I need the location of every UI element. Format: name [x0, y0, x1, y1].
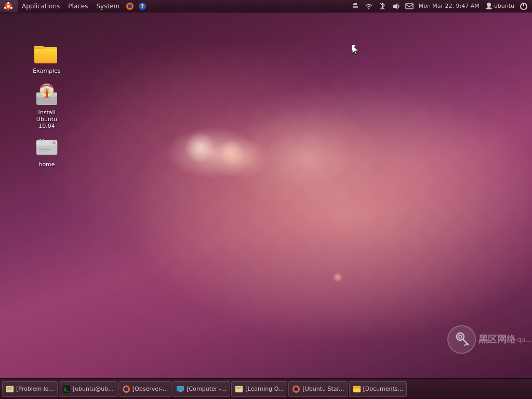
svg-point-4 — [4, 7, 6, 9]
svg-point-11 — [487, 3, 491, 7]
desktop-orb-2 — [218, 140, 244, 166]
home-icon[interactable]: home — [26, 132, 68, 170]
watermark: 黑区网络 qu... — [418, 324, 532, 355]
desktop-orb-3 — [332, 272, 343, 283]
svg-point-28 — [457, 333, 464, 340]
svg-rect-19 — [46, 91, 48, 97]
app-menu: Applications Places System ? — [0, 0, 149, 12]
taskbar-item-learning[interactable]: [Learning O... — [231, 381, 287, 397]
examples-icon[interactable]: Examples — [26, 38, 68, 76]
svg-point-48 — [294, 387, 298, 391]
watermark-text: 黑区网络 — [478, 333, 516, 345]
svg-rect-33 — [6, 386, 14, 392]
datetime-display[interactable]: Mon Mar 22, 9:47 AM — [417, 0, 482, 12]
desktop-orb-1 — [184, 132, 216, 163]
examples-label: Examples — [33, 68, 60, 74]
watermark-icon — [447, 325, 476, 354]
ubuntu-logo-button[interactable] — [0, 0, 18, 12]
taskbar-item-computer[interactable]: [Computer -... — [172, 381, 230, 397]
wifi-icon[interactable] — [363, 0, 375, 12]
taskbar-item-observer[interactable]: [Observer-... — [118, 381, 172, 397]
svg-point-40 — [124, 387, 128, 391]
help-button[interactable]: ? — [136, 0, 149, 12]
desktop-orb-main — [229, 106, 384, 210]
svg-point-22 — [52, 141, 56, 144]
places-menu[interactable]: Places — [64, 0, 92, 12]
system-menu[interactable]: System — [92, 0, 124, 12]
svg-rect-24 — [38, 151, 47, 152]
svg-rect-10 — [406, 4, 413, 9]
svg-rect-43 — [178, 392, 183, 392]
svg-rect-44 — [235, 386, 243, 392]
applications-menu[interactable]: Applications — [18, 0, 64, 12]
firefox-launcher[interactable] — [124, 0, 136, 12]
email-icon[interactable] — [403, 0, 416, 12]
taskbar-item-ubuntu-ub[interactable]: $_ [ubuntu@ub... — [59, 381, 117, 397]
system-tray: Mon Mar 22, 9:47 AM ubuntu — [349, 0, 532, 12]
watermark-suffix: qu... — [517, 336, 532, 343]
taskbar-item-ubuntu-star[interactable]: [Ubuntu Star... — [288, 381, 348, 397]
svg-rect-23 — [38, 149, 51, 150]
svg-rect-26 — [43, 139, 44, 141]
svg-rect-41 — [177, 386, 184, 391]
svg-rect-25 — [39, 139, 41, 141]
svg-point-3 — [10, 7, 12, 9]
top-panel: Applications Places System ? — [0, 0, 532, 12]
svg-point-29 — [459, 335, 462, 338]
svg-text:?: ? — [141, 4, 144, 9]
install-ubuntu-icon[interactable]: Install Ubuntu 10.04 — [26, 80, 68, 132]
taskbar-item-problem-lo[interactable]: [Problem lo... — [2, 381, 58, 397]
svg-rect-42 — [179, 391, 182, 392]
power-button[interactable] — [517, 0, 530, 12]
home-label: home — [38, 161, 55, 168]
svg-rect-50 — [353, 386, 361, 389]
svg-line-30 — [463, 339, 469, 345]
network-manager-icon[interactable] — [349, 0, 362, 12]
svg-point-6 — [128, 4, 132, 8]
bluetooth-icon[interactable] — [376, 0, 389, 12]
svg-point-1 — [7, 5, 10, 8]
svg-point-2 — [7, 2, 9, 4]
bottom-panel: [Problem lo... $_ [ubuntu@ub... [Observe… — [0, 378, 532, 399]
user-menu[interactable]: ubuntu — [483, 0, 516, 12]
desktop: Examples Install Ubuntu 10.04 — [0, 12, 532, 378]
install-ubuntu-label: Install Ubuntu 10.04 — [28, 109, 65, 130]
svg-text:$_: $_ — [64, 387, 69, 392]
volume-icon[interactable] — [390, 0, 402, 12]
svg-marker-9 — [393, 3, 397, 9]
svg-marker-27 — [352, 45, 358, 55]
taskbar-item-documents[interactable]: [Documents... — [349, 381, 407, 397]
svg-point-17 — [46, 89, 48, 91]
